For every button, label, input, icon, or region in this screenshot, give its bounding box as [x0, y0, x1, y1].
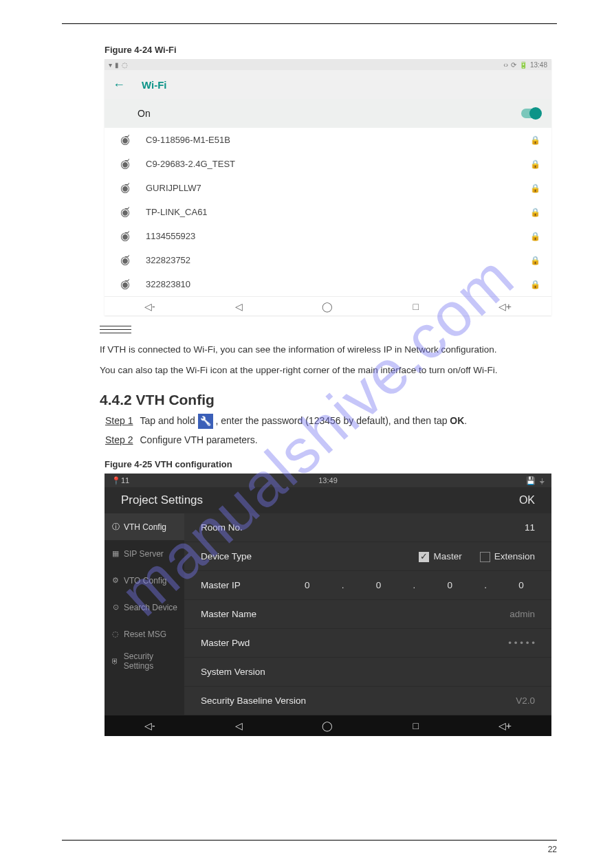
wifi-network-name: GURIJPLLW7	[135, 183, 530, 193]
system-version-label: System Version	[201, 667, 265, 677]
master-pwd-value: • • • • •	[508, 638, 535, 648]
room-no-label: Room No.	[201, 522, 243, 533]
page-footer: 22	[62, 840, 557, 854]
nav-vol-up-icon[interactable]: ◁+	[498, 301, 512, 312]
checkbox-extension[interactable]: Extension	[480, 551, 535, 562]
wifi-signal-icon: ◉᷄	[116, 157, 135, 170]
row-master-name[interactable]: Master Name admin	[184, 600, 551, 629]
wifi-network-name: C9-29683-2.4G_TEST	[135, 159, 530, 169]
android-navbar: ◁- ◁ ◯ □ ◁+	[105, 715, 551, 736]
sidebar-label: VTH Config	[124, 522, 166, 532]
status-bar: ▾ ▮ ◌ ‹› ⟳ 🔋 13:48	[105, 59, 551, 70]
sidebar-item-search-device[interactable]: ⊙ Search Device	[105, 594, 184, 621]
master-name-label: Master Name	[201, 609, 256, 619]
step-1-text-before: Tap and hold	[140, 415, 197, 426]
misc-icon: ⟳	[511, 61, 516, 69]
page-running-header	[62, 11, 557, 24]
figure1-caption: Figure 4-24 Wi-Fi	[105, 45, 557, 55]
status-time: 13:49	[318, 476, 338, 485]
lock-icon: 🔒	[530, 183, 540, 193]
note-icon	[100, 326, 131, 333]
nav-back-icon[interactable]: ◁	[235, 301, 243, 312]
wifi-network-row[interactable]: ◉᷄ C9-29683-2.4G_TEST 🔒	[105, 152, 551, 176]
wifi-network-row[interactable]: ◉᷄ 322823752 🔒	[105, 248, 551, 272]
save-icon: 💾	[526, 476, 536, 485]
wifi-signal-icon: ◉᷄	[116, 181, 135, 194]
pin-icon: 📍	[111, 476, 121, 485]
screenshot-wifi: ▾ ▮ ◌ ‹› ⟳ 🔋 13:48 ← Wi-Fi On ◉᷄ C9-1185…	[105, 59, 551, 315]
screenshot-project-settings: 📍11 13:49 💾 ⏚ Project Settings OK ⓘ VTH …	[105, 474, 551, 736]
nav-recent-icon[interactable]: □	[413, 720, 418, 731]
nav-vol-up-icon[interactable]: ◁+	[498, 720, 512, 731]
nav-home-icon[interactable]: ◯	[322, 301, 333, 312]
status-bar: 📍11 13:49 💾 ⏚	[105, 474, 551, 487]
status-location: 11	[121, 476, 129, 485]
sidebar-label: Reset MSG	[124, 630, 166, 639]
sidebar-item-security-settings[interactable]: ⛨ Security Settings	[105, 647, 184, 674]
wifi-network-row[interactable]: ◉᷄ 1134555923 🔒	[105, 224, 551, 248]
wifi-network-row[interactable]: ◉᷄ GURIJPLLW7 🔒	[105, 176, 551, 200]
ip-octet[interactable]: 0	[436, 580, 463, 590]
master-name-value: admin	[509, 609, 535, 619]
lock-icon: 🔒	[530, 208, 540, 217]
settings-panel: Room No. 11 Device Type Master Extension…	[184, 513, 551, 715]
wifi-network-row[interactable]: ◉᷄ C9-118596-M1-E51B 🔒	[105, 128, 551, 152]
lock-icon: 🔒	[530, 256, 540, 265]
status-time: 13:48	[530, 61, 547, 69]
security-baseline-label: Security Baseline Version	[201, 695, 306, 706]
sidebar-item-vth-config[interactable]: ⓘ VTH Config	[105, 513, 184, 540]
wifi-network-row[interactable]: ◉᷄ 322823810 🔒	[105, 272, 551, 296]
device-type-label: Device Type	[201, 551, 252, 561]
wrench-icon	[198, 414, 213, 429]
sidebar-label: Security Settings	[124, 652, 184, 671]
row-master-pwd[interactable]: Master Pwd • • • • •	[184, 629, 551, 658]
sidebar-item-reset-msg[interactable]: ◌ Reset MSG	[105, 621, 184, 647]
nav-home-icon[interactable]: ◯	[322, 720, 333, 731]
checkbox-master[interactable]: Master	[419, 551, 461, 562]
ip-octet[interactable]: 0	[294, 580, 321, 590]
nav-vol-down-icon[interactable]: ◁-	[144, 720, 155, 731]
nav-recent-icon[interactable]: □	[413, 301, 418, 312]
nav-vol-down-icon[interactable]: ◁-	[144, 301, 155, 312]
note-line-2: You can also tap the Wi-Fi icon at the u…	[100, 364, 547, 377]
row-master-ip[interactable]: Master IP 0. 0. 0. 0	[184, 571, 551, 600]
back-arrow-icon[interactable]: ←	[113, 78, 125, 92]
security-baseline-value: V2.0	[516, 695, 535, 706]
row-room-no[interactable]: Room No. 11	[184, 513, 551, 542]
wifi-signal-icon: ◉᷄	[116, 278, 135, 291]
sidebar-item-sip-server[interactable]: ▦ SIP Server	[105, 540, 184, 567]
nav-back-icon[interactable]: ◁	[235, 720, 243, 731]
info-icon: ⓘ	[111, 522, 120, 532]
step-2: Step 2 Configure VTH parameters.	[105, 433, 547, 448]
row-security-baseline: Security Baseline Version V2.0	[184, 687, 551, 715]
ip-octet[interactable]: 0	[507, 580, 535, 590]
master-label: Master	[433, 551, 461, 561]
lock-icon: 🔒	[530, 232, 540, 241]
step-1: Step 1 Tap and hold , enter the password…	[105, 414, 547, 429]
sidebar: ⓘ VTH Config ▦ SIP Server ⚙ VTO Config ⊙…	[105, 513, 184, 715]
wifi-header: ← Wi-Fi	[105, 70, 551, 99]
wifi-signal-icon: ◉᷄	[116, 254, 135, 267]
reset-icon: ◌	[111, 630, 120, 638]
note-line-1: If VTH is connected to Wi-Fi, you can se…	[100, 343, 547, 357]
wifi-on-row[interactable]: On	[105, 99, 551, 128]
sidebar-label: Search Device	[124, 603, 177, 612]
wifi-network-name: 1134555923	[135, 231, 530, 241]
wifi-icon: ▾	[109, 61, 112, 69]
wifi-title: Wi-Fi	[142, 79, 167, 91]
ip-octet[interactable]: 0	[364, 580, 392, 590]
wifi-signal-icon: ◉᷄	[116, 133, 135, 146]
ok-button[interactable]: OK	[519, 494, 535, 507]
figure2-caption: Figure 4-25 VTH configuration	[105, 459, 557, 469]
sidebar-label: VTO Config	[124, 576, 166, 586]
lock-icon: 🔒	[530, 135, 540, 145]
sidebar-item-vto-config[interactable]: ⚙ VTO Config	[105, 567, 184, 594]
on-label: On	[138, 108, 151, 119]
wifi-signal-icon: ◉᷄	[116, 230, 135, 243]
footer-right: 22	[548, 845, 557, 854]
wifi-toggle[interactable]	[521, 109, 540, 118]
wifi-network-row[interactable]: ◉᷄ TP-LINK_CA61 🔒	[105, 200, 551, 224]
section-heading: 4.4.2 VTH Config	[100, 392, 547, 408]
network-icon: ⏚	[540, 476, 545, 485]
wifi-signal-icon: ◉᷄	[116, 205, 135, 219]
